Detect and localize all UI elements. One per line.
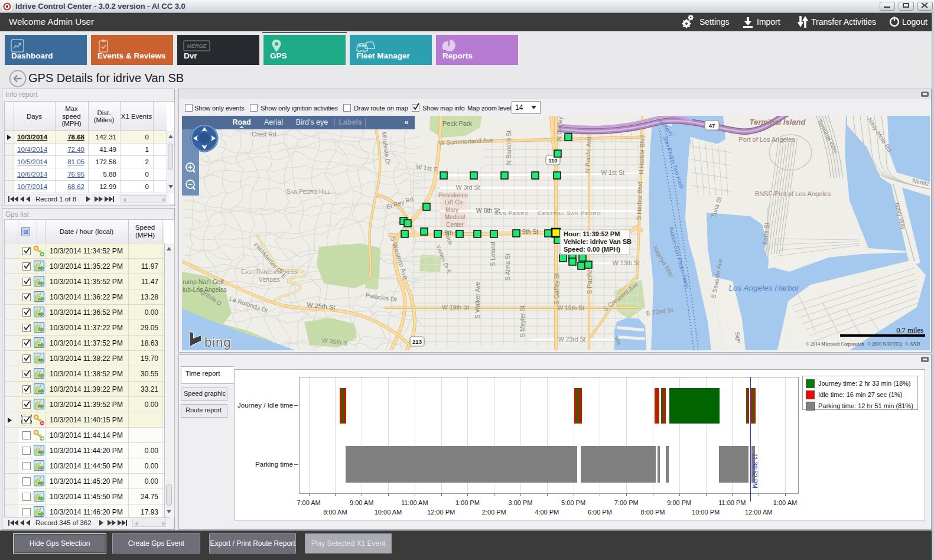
svg-text:Hour: 11:39:52 PM: Hour: 11:39:52 PM — [564, 230, 620, 237]
svg-text:W 13th St: W 13th St — [613, 259, 640, 266]
svg-text:S Walker Ave: S Walker Ave — [474, 282, 481, 319]
svg-text:S Alma St: S Alma St — [504, 253, 511, 281]
svg-text:0.7 miles: 0.7 miles — [896, 326, 923, 334]
svg-text:Speed: 0.00 (MPH): Speed: 0.00 (MPH) — [564, 246, 620, 253]
svg-text:lub-Los Angelas: lub-Los Angelas — [183, 286, 227, 293]
svg-text:W 19th St: W 19th St — [442, 304, 469, 311]
svg-text:213: 213 — [412, 338, 422, 345]
svg-text:Bird's eye: Bird's eye — [296, 118, 328, 126]
svg-text:© 2014 Microsoft Corporation: © 2014 Microsoft Corporation © 2010 NAVT… — [806, 341, 920, 347]
svg-text:47: 47 — [709, 122, 715, 129]
svg-text:S Meyler St: S Meyler St — [519, 305, 526, 337]
svg-text:SAN PEDRO: SAN PEDRO — [494, 210, 529, 216]
svg-text:BNSF-Port of Los Angeles: BNSF-Port of Los Angeles — [755, 190, 831, 197]
svg-text:«: « — [404, 118, 408, 126]
svg-text:rump Nat'l Golf: rump Nat'l Golf — [183, 278, 224, 285]
svg-text:Mary: Mary — [445, 207, 458, 213]
svg-text:W 1st St: W 1st St — [601, 169, 624, 176]
svg-text:CENTRAL SAN PEDRO: CENTRAL SAN PEDRO — [538, 210, 601, 216]
svg-text:S Harbor Blvd: S Harbor Blvd — [635, 181, 643, 220]
svg-text:bing: bing — [204, 335, 232, 350]
svg-text:MERGE: MERGE — [187, 43, 207, 49]
svg-text:Road: Road — [232, 118, 250, 126]
svg-text:W 23rd St: W 23rd St — [558, 336, 586, 343]
svg-text:VERDES: VERDES — [259, 276, 280, 283]
svg-text:Port of Los Angeles: Port of Los Angeles — [738, 136, 795, 143]
svg-text:Vehicle: idrive Van SB: Vehicle: idrive Van SB — [564, 238, 632, 245]
svg-text:SAN PEDRO HILL: SAN PEDRO HILL — [287, 188, 331, 195]
svg-text:W 3rd St: W 3rd St — [456, 184, 480, 191]
svg-text:Aerial: Aerial — [264, 118, 283, 126]
svg-text:Crest Rd: Crest Rd — [252, 131, 276, 138]
svg-text:N Harbor Blvd: N Harbor Blvd — [637, 135, 646, 174]
svg-text:N Bandini St: N Bandini St — [505, 131, 512, 165]
svg-text:Providence: Providence — [438, 192, 468, 198]
svg-text:Peck Park: Peck Park — [442, 120, 473, 127]
svg-text:Center: Center — [446, 222, 464, 228]
svg-text:W 19th St: W 19th St — [557, 304, 584, 311]
svg-text:Los Angeles Harbor: Los Angeles Harbor — [729, 284, 799, 292]
svg-text:Terminal Island: Terminal Island — [750, 118, 806, 126]
svg-text:Medical: Medical — [445, 214, 465, 220]
svg-text:N Pacific Ave: N Pacific Ave — [584, 136, 592, 173]
svg-text:Labels: Labels — [339, 118, 362, 126]
svg-text:Lit'l Co: Lit'l Co — [445, 199, 463, 206]
svg-text:110: 110 — [548, 157, 557, 164]
svg-text:EAST RANCHO PALOS: EAST RANCHO PALOS — [241, 269, 298, 275]
svg-text:S Leland: S Leland — [489, 242, 496, 266]
svg-text:S Gaffey St: S Gaffey St — [553, 273, 560, 305]
